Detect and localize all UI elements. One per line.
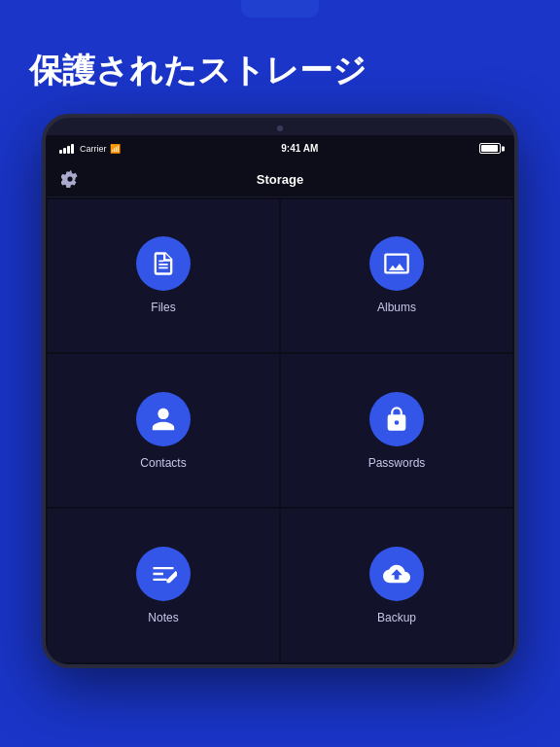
backup-label: Backup [377,611,416,624]
status-right [479,143,501,154]
settings-button[interactable] [59,168,81,190]
status-time: 9:41 AM [281,143,318,154]
files-icon [150,250,177,277]
status-bar: Carrier 📶 9:41 AM [46,135,514,162]
nav-bar: Storage [46,162,514,197]
battery-fill [481,145,498,152]
ipad-frame: Carrier 📶 9:41 AM Storage Files [42,114,518,668]
albums-icon [383,250,410,277]
albums-icon-circle [369,236,424,291]
contacts-icon-circle [136,392,191,446]
notes-icon [150,560,177,587]
files-label: Files [151,301,175,314]
passwords-icon [383,406,410,433]
storage-grid: Files Albums Contacts [46,197,514,664]
albums-label: Albums [377,301,416,314]
signal-bars-icon [59,144,74,154]
passwords-cell[interactable]: Passwords [281,354,512,507]
backup-icon [383,560,410,587]
carrier-label: Carrier [80,144,107,154]
passwords-label: Passwords [368,456,426,470]
battery-icon [479,143,501,154]
contacts-cell[interactable]: Contacts [48,354,279,507]
notes-icon-circle [136,547,191,601]
contacts-label: Contacts [140,456,186,470]
notes-cell[interactable]: Notes [48,509,279,661]
passwords-icon-circle [369,392,424,446]
ipad-camera [277,125,283,131]
files-icon-circle [136,236,191,291]
albums-cell[interactable]: Albums [281,199,512,352]
files-cell[interactable]: Files [48,199,279,352]
nav-title: Storage [257,172,303,187]
wifi-icon: 📶 [110,144,121,154]
top-tab [241,0,319,18]
status-left: Carrier 📶 [59,144,121,154]
hero-title: 保護されたストレージ [0,12,560,114]
gear-icon [61,170,79,188]
contacts-icon [150,406,177,433]
notes-label: Notes [148,611,178,624]
backup-icon-circle [369,547,424,601]
backup-cell[interactable]: Backup [281,509,512,661]
